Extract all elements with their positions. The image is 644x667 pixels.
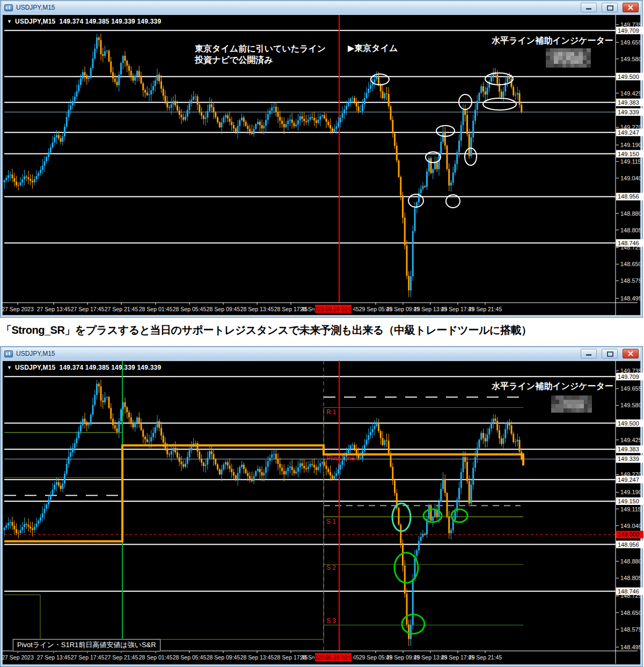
mosaic-cell [554, 60, 558, 64]
mosaic-cell [580, 408, 584, 413]
mosaic-cell [558, 56, 562, 60]
note-line1: 東京タイム前に引いていたライン [195, 43, 326, 54]
mosaic-cell [546, 48, 550, 52]
restore-icon [607, 351, 613, 357]
mosaic-cell [574, 48, 579, 52]
mosaic-cell [550, 48, 554, 52]
mosaic-cell [566, 48, 570, 52]
title-bar-bottom[interactable]: USDJPY,M15 [2, 348, 641, 360]
mosaic-cell [551, 395, 555, 400]
mosaic-cell [550, 64, 554, 68]
mosaic-cell [566, 56, 570, 60]
mosaic-cell [550, 56, 554, 60]
mosaic-cell [574, 52, 579, 56]
window-title: USDJPY,M15 [16, 350, 576, 357]
mosaic-cell [559, 400, 564, 404]
mosaic-cell [555, 400, 560, 404]
mosaic-cell [562, 60, 567, 64]
tokyo-time-label: ▶東京タイム [348, 43, 398, 54]
close-button[interactable] [623, 3, 639, 12]
restore-button[interactable] [602, 349, 618, 358]
mosaic-cell [587, 60, 591, 64]
window-title: USDJPY,M15 [16, 4, 576, 11]
mosaic-cell [546, 60, 550, 64]
mosaic-cell [555, 408, 560, 413]
mosaic-cell [576, 404, 580, 408]
censored-text-mosaic-bottom [551, 395, 592, 413]
mosaic-cell [583, 48, 587, 52]
mosaic-cell [562, 52, 567, 56]
mosaic-cell [574, 56, 579, 60]
mosaic-cell [570, 48, 575, 52]
mosaic-cell [587, 56, 591, 60]
mosaic-cell [559, 408, 564, 413]
mosaic-cell [562, 48, 567, 52]
mosaic-cell [570, 56, 575, 60]
mosaic-cell [584, 400, 588, 404]
mosaic-cell [554, 52, 558, 56]
tokyo-pre-lines-note: 東京タイム前に引いていたライン 投資ナビで公開済み [195, 43, 326, 65]
close-button[interactable] [623, 349, 639, 358]
quote-infobar-top[interactable]: ▼USDJPY,M15 149.374 149.385 149.339 149.… [7, 18, 161, 25]
mosaic-cell [564, 404, 568, 408]
mosaic-cell [564, 400, 568, 404]
mosaic-cell [579, 48, 583, 52]
mosaic-cell [550, 60, 554, 64]
mosaic-cell [579, 64, 583, 68]
mosaic-cell [551, 400, 555, 404]
symbol-dropdown-icon[interactable]: ▼ [7, 19, 12, 24]
indicator-name-label-top: 水平ライン補助インジケーター [478, 35, 613, 47]
mosaic-cell [576, 395, 580, 400]
mosaic-cell [558, 64, 562, 68]
mosaic-cell [562, 56, 567, 60]
symbol-dropdown-icon[interactable]: ▼ [7, 365, 12, 370]
mosaic-cell [567, 404, 572, 408]
mosaic-cell [559, 404, 564, 408]
mosaic-cell [588, 404, 592, 408]
mosaic-cell [546, 52, 550, 56]
pivot-note-label: Pivotライン・S1R1前日高値安値は強いS&R [13, 639, 160, 651]
mosaic-cell [583, 64, 587, 68]
mosaic-cell [572, 400, 576, 404]
mosaic-cell [572, 395, 576, 400]
symbol-period: USDJPY,M15 [15, 364, 55, 371]
mosaic-cell [584, 404, 588, 408]
mosaic-cell [579, 56, 583, 60]
minimize-button[interactable] [581, 3, 597, 12]
mosaic-cell [583, 56, 587, 60]
mosaic-cell [566, 52, 570, 56]
mosaic-cell [570, 60, 575, 64]
mosaic-cell [588, 408, 592, 413]
restore-icon [607, 5, 613, 11]
censored-text-mosaic-top [546, 48, 591, 68]
mosaic-cell [554, 64, 558, 68]
mosaic-cell [574, 64, 579, 68]
mosaic-cell [551, 404, 555, 408]
mosaic-cell [550, 52, 554, 56]
mosaic-cell [562, 64, 567, 68]
mosaic-cell [546, 56, 550, 60]
indicator-name-label-bottom: 水平ライン補助インジケーター [478, 381, 613, 392]
mosaic-cell [576, 408, 580, 413]
mosaic-cell [559, 395, 564, 400]
mosaic-cell [555, 404, 560, 408]
mosaic-cell [546, 64, 550, 68]
mosaic-cell [567, 395, 572, 400]
minimize-icon [586, 8, 591, 10]
mosaic-cell [570, 52, 575, 56]
mosaic-cell [554, 48, 558, 52]
mosaic-cell [584, 408, 588, 413]
chart-area-bottom[interactable] [2, 361, 641, 665]
minimize-button[interactable] [581, 349, 597, 358]
mosaic-cell [584, 395, 588, 400]
quote-infobar-bottom[interactable]: ▼USDJPY,M15 149.374 149.385 149.339 149.… [7, 364, 161, 371]
note-line2: 投資ナビで公開済み [195, 54, 326, 65]
restore-button[interactable] [602, 3, 618, 12]
title-bar-top[interactable]: USDJPY,M15 [2, 2, 641, 13]
mosaic-cell [580, 404, 584, 408]
minimize-icon [586, 354, 591, 356]
mosaic-cell [558, 60, 562, 64]
chart-window-bottom: USDJPY,M15 ▼USDJPY,M15 149.374 149.385 1… [0, 346, 643, 667]
chart-icon [4, 4, 13, 11]
mosaic-cell [579, 52, 583, 56]
